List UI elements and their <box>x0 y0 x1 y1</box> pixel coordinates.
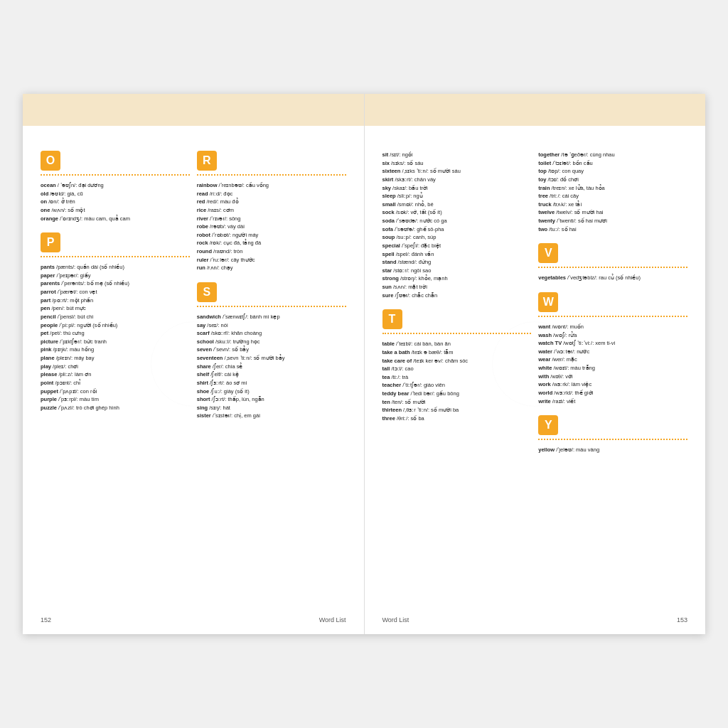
page-right: sit /sɪt/: ngồi six /sɪks/: số sáu sixte… <box>365 94 706 634</box>
entry-twenty: twenty /ˈtwenti/: số hai mươi <box>538 217 687 225</box>
entry-shelf: shelf /ʃelf/: cái kệ <box>197 370 346 379</box>
section-P: P pants /pænts/: quần dài (số nhiều) pap… <box>41 232 190 412</box>
section-O: O ocean / ˈəʊʃn/: đại dương old /əʊld/: … <box>41 151 190 223</box>
entry-twelve: twelve /twelv/: số mười hai <box>538 208 687 217</box>
left-page-number: 152 <box>41 616 51 623</box>
entry-seven: seven /ˈsevn/: số bảy <box>197 346 346 354</box>
letter-T: T <box>382 309 402 329</box>
section-T: T table /ˈteɪbl/: cái bàn, bàn ăn take a… <box>382 309 532 422</box>
entry-rock: rock /rɒk/: cục đá, tảng đá <box>197 239 346 247</box>
entry-robe: robe /rəʊb/: váy dài <box>197 223 346 231</box>
entry-want: want /wɒnt/: muốn <box>538 323 687 331</box>
entry-old: old /əʊld/: già, cũ <box>41 190 190 198</box>
entry-skirt: skirt /skɜːrt/: chân váy <box>382 176 532 184</box>
entry-truck: truck /trʌk/: xe tải <box>538 200 687 209</box>
entry-water: water /ˈwɔːtər/: nước <box>538 348 687 356</box>
left-footer: 152 Word List <box>41 616 346 623</box>
entry-sister: sister /ˈsɪstər/: chị, em gái <box>197 412 346 420</box>
section-T-cont: together /tə ˈɡeðər/: cùng nhau toilet /… <box>538 151 687 233</box>
entry-parrot: parrot /ˈpærət/: con vẹt <box>41 288 190 296</box>
entry-sun: sun /sʌn/: mặt trời <box>382 283 532 291</box>
entry-share: share /ʃer/: chia sẻ <box>197 363 346 371</box>
right-col-2: together /tə ˈɡeðər/: cùng nhau toilet /… <box>538 151 687 464</box>
entry-tea: tea /tiː/: trà <box>382 373 532 382</box>
entry-three: three /θriː/: số ba <box>382 414 532 423</box>
entry-pet: pet /pet/: thú cưng <box>41 329 190 338</box>
entry-shoe: shoe /ʃuː/: giày (số ít) <box>197 387 346 396</box>
entry-teacher: teacher /ˈtiːtʃər/: giáo viên <box>382 381 532 390</box>
entry-on: on /ɒn/: ở trên <box>41 198 190 206</box>
section-Y: Y yellow /ˈjeləʊ/: màu vàng <box>538 415 687 454</box>
entry-white: white /wɒɪt/: màu trắng <box>538 364 687 373</box>
dotted-R <box>197 174 346 176</box>
left-page-label: Word List <box>319 616 346 623</box>
entry-world: world /wɜːrld/: thế giới <box>538 389 687 397</box>
left-col-1: O ocean / ˈəʊʃn/: đại dương old /əʊld/: … <box>41 151 190 430</box>
entry-part: part /pɑːrt/: một phần <box>41 296 190 305</box>
entry-ten: ten /ten/: số mười <box>382 398 532 407</box>
entry-sit: sit /sɪt/: ngồi <box>382 151 532 159</box>
entry-run: run /rʌn/: chạy <box>197 264 346 272</box>
entry-pants: pants /pænts/: quần dài (số nhiều) <box>41 263 190 272</box>
entry-read: read /riːd/: đọc <box>197 190 346 198</box>
entry-train: train /treɪn/: xe lửa, tàu hỏa <box>538 184 687 193</box>
entry-parents: parents /ˈperənts/: bố mẹ (số nhiều) <box>41 279 190 288</box>
entry-wash: wash /wɒʃ/: rửa <box>538 331 687 340</box>
entry-write: write /raɪt/: viết <box>538 397 687 406</box>
entry-work: work /wɜːrk/: làm việc <box>538 380 687 389</box>
entry-two: two /tuː/: số hai <box>538 225 687 234</box>
entry-orange: orange /ˈɒrɪndʒ/: màu cam, quả cam <box>41 215 190 223</box>
entry-pen: pen /pen/: bút mực <box>41 304 190 313</box>
entry-sandwich: sandwich /ˈsænwɪtʃ/: bánh mì kẹp <box>197 313 346 321</box>
dotted-P <box>41 256 190 257</box>
entry-short: short /ʃɔːrt/: thấp, lùn, ngắn <box>197 395 346 404</box>
entry-soup: soup /suːp/: canh, súp <box>382 233 532 242</box>
section-V: V vegetables /ˈvedʒtəblz/: rau củ (số nh… <box>538 243 687 282</box>
left-content: O ocean / ˈəʊʃn/: đại dương old /əʊld/: … <box>41 151 346 430</box>
right-page-label: Word List <box>382 616 410 623</box>
entry-ocean: ocean / ˈəʊʃn/: đại dương <box>41 181 190 190</box>
dotted-O <box>41 174 190 176</box>
entry-people: people /ˈpiːpl/: người (số nhiều) <box>41 321 190 330</box>
entry-tall: tall /tɔːl/: cao <box>382 365 532 373</box>
entry-river: river /ˈrɪvər/: sông <box>197 215 346 223</box>
entry-please: please /pliːz/: làm ơn <box>41 370 190 379</box>
entry-with: with /wɪθ/: với <box>538 373 687 381</box>
right-content: sit /sɪt/: ngồi six /sɪks/: số sáu sixte… <box>382 151 688 464</box>
section-S: S sandwich /ˈsænwɪtʃ/: bánh mì kẹp say /… <box>197 282 346 420</box>
entry-one: one /wʌn/: số một <box>41 206 190 215</box>
right-banner <box>365 94 706 126</box>
entry-special: special /ˈspeʃl/: đặc biệt <box>382 242 532 250</box>
entry-sixteen: sixteen /ˌsɪks ˈtiːn/: số mười sáu <box>382 167 532 176</box>
entry-top: top /tɒp/: con quay <box>538 167 687 176</box>
entry-small: small /smɒl/: nhỏ, bé <box>382 200 532 209</box>
section-W: W want /wɒnt/: muốn wash /wɒʃ/: rửa watc… <box>538 292 687 405</box>
entry-take-care-of: take care of /teɪk ker əv/: chăm sóc <box>382 357 532 365</box>
entry-sleep: sleep /sliːp/: ngủ <box>382 192 532 200</box>
letter-Y: Y <box>538 415 558 435</box>
letter-S: S <box>197 282 217 302</box>
entry-ruler: ruler /ˈruːlər/: cây thước <box>197 256 346 264</box>
right-footer: Word List 153 <box>382 616 688 623</box>
left-col-2: R rainbow /ˈreɪnbəʊ/: cầu vồng read /riː… <box>197 151 346 430</box>
letter-W: W <box>538 292 558 312</box>
entry-thirteen: thirteen /ˌθɜːr ˈtiːn/: số mười ba <box>382 406 532 414</box>
entry-soda: soda /ˈsəʊdə/: nước có ga <box>382 217 532 225</box>
entry-pencil: pencil /ˈpensl/: bút chì <box>41 313 190 321</box>
entry-pink: pink /pɪŋk/: màu hồng <box>41 346 190 354</box>
entry-rice: rice /raɪs/: cơm <box>197 206 346 215</box>
letter-V: V <box>538 243 558 263</box>
entry-shirt: shirt /ʃɜːrt/: áo sơ mi <box>197 379 346 387</box>
entry-play: play /pleɪ/: chơi <box>41 363 190 371</box>
entry-yellow: yellow /ˈjeləʊ/: màu vàng <box>538 446 687 454</box>
dotted-V <box>538 267 687 268</box>
entry-teddy-bear: teddy bear /ˈtedi bər/: gấu bông <box>382 390 532 398</box>
right-page-number: 153 <box>677 616 687 623</box>
left-banner <box>23 94 364 126</box>
entry-strong: strong /strɒŋ/: khỏe, mạnh <box>382 274 532 283</box>
entry-purple: purple /ˈpɜːrpl/: màu tím <box>41 395 190 404</box>
entry-plane: plane /pleɪn/: máy bay <box>41 354 190 363</box>
entry-sure: sure /ʃʊər/: chắc chắn <box>382 291 532 300</box>
entry-toilet: toilet /ˈtɔɪlət/: bồn cầu <box>538 159 687 168</box>
entry-red: red /red/: màu đỏ <box>197 198 346 206</box>
